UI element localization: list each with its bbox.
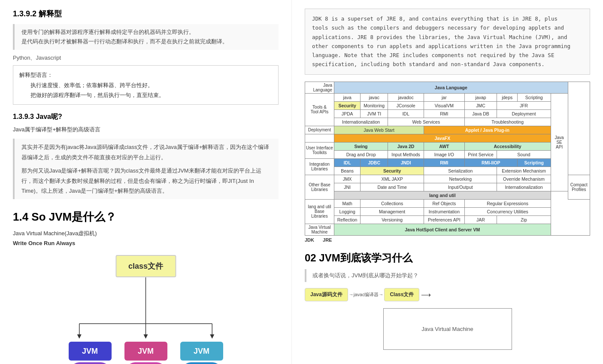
codebox-title: 解释型语言：	[19, 70, 272, 80]
blockquote-line-2: 是代码在执行时才被解释器一行行动态翻译和执行，而不是在执行之前就完成翻译。	[21, 37, 272, 46]
javafx-row: JavaFX	[305, 134, 590, 142]
cell-prefsapi: Preferences API	[424, 215, 465, 224]
cell-jni: JNI	[334, 183, 361, 191]
cell-jpda: JPDA	[334, 109, 361, 118]
cell-math: Math	[334, 199, 361, 207]
os-box-mac: Mac	[182, 362, 221, 364]
cell-jvmti: JVM TI	[361, 109, 388, 118]
flow-diagram: Java源码文件 →javac编译器→ Class文件 ⟶	[305, 288, 590, 301]
cell-webstart: Java Web Start	[334, 126, 424, 134]
cell-inputmethods: Input Methods	[388, 150, 424, 158]
tools-row-1: Tools &Tool APIs java javac javadoc jar …	[305, 93, 590, 101]
cell-scripting-int: Scripting	[517, 158, 551, 167]
cell-applet: Applet / Java Plug-in	[424, 126, 551, 134]
lang-row-1: lang and utilBase Libraries Math Collect…	[305, 199, 590, 207]
lang-util-row: lang and util	[305, 191, 590, 199]
cell-monitoring: Monitoring	[361, 101, 388, 109]
flow-arrow-2: ⟶	[421, 291, 431, 299]
cell-versioning: Versioning	[361, 215, 424, 224]
cell-idl-int: IDL	[334, 158, 361, 167]
os-box-win: Win	[71, 362, 109, 364]
cell-awt: AWT	[424, 142, 465, 150]
cell-jmx: JMX	[334, 175, 361, 183]
cell-datetime: Date and Time	[361, 183, 424, 191]
jvm-machine-row: Java Virtual Machine Java HotSpot Client…	[305, 224, 590, 235]
cell-concurrency: Concurrency Utilities	[464, 207, 551, 215]
deployment-row: Deployment Java Web Start Applet / Java …	[305, 126, 590, 134]
cell-i18n-other: Internationalization	[497, 183, 551, 191]
cell-javap: javap	[464, 93, 497, 101]
integration-row-1: IntegrationLibraries IDL JDBC JNDI RMI R…	[305, 158, 590, 167]
right-panel: JDK 8 is a superset of JRE 8, and contai…	[292, 0, 603, 364]
other-row-1: Other BaseLibraries JMX XML JAXP Network…	[305, 175, 590, 183]
cell-javadoc: javadoc	[388, 93, 424, 101]
codebox-line-1: 执行速度慢、效率低；依靠解释器、跨平台性好。	[19, 80, 272, 90]
jdk-label: JDK	[305, 237, 314, 243]
cell-rmi-int: RMI	[424, 158, 465, 167]
cell-accessibility: Accessibility	[464, 142, 551, 150]
cell-ext-mech: Extension Mechanism	[497, 167, 551, 175]
cell-networking: Networking	[424, 175, 497, 183]
jvm-box-win: JVM	[69, 342, 112, 361]
cell-i18n: Internationalization	[334, 118, 388, 126]
cell-scripting: Scripting	[517, 93, 551, 101]
cell-javadb: Java DB	[464, 109, 497, 118]
jvm-item-mac: JVM Mac	[180, 342, 223, 364]
cell-regexp: Regular Expressions	[464, 199, 551, 207]
jdk-architecture-diagram: Java Language Java Language Tools &Tool …	[305, 82, 590, 243]
cell-javafx: JavaFX	[334, 134, 551, 142]
cell-reflection: Reflection	[334, 215, 361, 224]
cell-management: Management	[361, 207, 424, 215]
cell-inputoutput: Input/Output	[424, 183, 497, 191]
cell-jconsole: JConsole	[388, 101, 424, 109]
blockquote-interpreter: 使用专门的解释器对源程序逐行解释成特定平台的机器码并立即执行。 是代码在执行时才…	[13, 24, 279, 50]
java-se-api-label: Java SEAPI	[551, 93, 568, 191]
tools-row-3: JPDA JVM TI IDL RMI Java DB Deployment	[305, 109, 590, 118]
cell-idl: IDL	[388, 109, 424, 118]
left-panel: 1.3.9.2 解释型 使用专门的解释器对源程序逐行解释成特定平台的机器码并立即…	[0, 0, 292, 364]
java-explanation: 其实并不是因为有javac将Java源码编译成class文件，才说Java属于编…	[13, 139, 279, 199]
integration-row-2: Beans Security Serialization Extension M…	[305, 167, 590, 175]
jvm-box-linux: JVM	[124, 342, 167, 361]
java-para-1: 其实并不是因为有javac将Java源码编译成class文件，才说Java属于编…	[21, 142, 272, 162]
lang-row-3: Reflection Versioning Preferences API JA…	[305, 215, 590, 224]
cell-printservice: Print Service	[464, 150, 497, 158]
tools-row-4: Internationalization Web Services Troubl…	[305, 118, 590, 126]
svg-marker-7	[210, 334, 214, 339]
ui-row-2: Drag and Drop Input Methods Image I/O Pr…	[305, 150, 590, 158]
jvm-machine-label: Java Virtual Machine	[305, 224, 334, 235]
lang-label: Python、Javascript	[13, 54, 279, 62]
tools-label: Tools &Tool APIs	[305, 93, 334, 126]
cell-deployment-tools: Deployment	[497, 109, 551, 118]
other-row-2: JNI Date and Time Input/Output Internati…	[305, 183, 590, 191]
cell-jfr: JFR	[497, 101, 551, 109]
jvm-bold: Write Once Run Always	[13, 240, 279, 246]
cell-jdbc: JDBC	[361, 158, 388, 167]
class-file-box: class文件	[115, 255, 176, 277]
cell-visualvm: VisualVM	[424, 101, 465, 109]
cell-dnd: Drag and Drop	[334, 150, 388, 158]
jvm-item-win: JVM Win	[69, 342, 112, 364]
jvm-item-linux: JVM Linux	[124, 342, 167, 364]
cell-jar: jar	[424, 93, 465, 101]
lang-row-2: Logging Management Instrumentation Concu…	[305, 207, 590, 215]
javafx-label-cell	[305, 134, 334, 142]
cell-security: Security	[334, 101, 361, 109]
jre-label: JRE	[323, 237, 332, 243]
cell-lang-util: lang and util	[334, 191, 551, 199]
cell-hotspot: Java HotSpot Client and Server VM	[334, 224, 551, 235]
cell-troubleshooting: Troubleshooting	[464, 118, 551, 126]
integration-label: IntegrationLibraries	[305, 158, 334, 175]
java-desc: Java属于编译型+解释型的高级语言	[13, 125, 279, 134]
compact-profiles-label: CompactProfiles	[568, 175, 590, 199]
jvm-subtitle: Java Virtual Machine(Java虚拟机)	[13, 230, 279, 237]
section-02-title: 02 JVM到底该学习什么	[305, 251, 590, 265]
jdk-description: JDK 8 is a superset of JRE 8, and contai…	[305, 9, 590, 75]
cell-java2d: Java 2D	[388, 142, 424, 150]
flow-box-source: Java源码文件	[305, 288, 348, 301]
codebox-line-2: 把做好的源程序翻译一句，然后执行一句，直至结束。	[19, 90, 272, 100]
cell-jndi: JNDI	[388, 158, 424, 167]
blockquote-line-1: 使用专门的解释器对源程序逐行解释成特定平台的机器码并立即执行。	[21, 27, 272, 37]
lang-base-label: lang and utilBase Libraries	[305, 199, 334, 224]
ui-row-1: User InterfaceToolkits Swing Java 2D AWT…	[305, 142, 590, 150]
